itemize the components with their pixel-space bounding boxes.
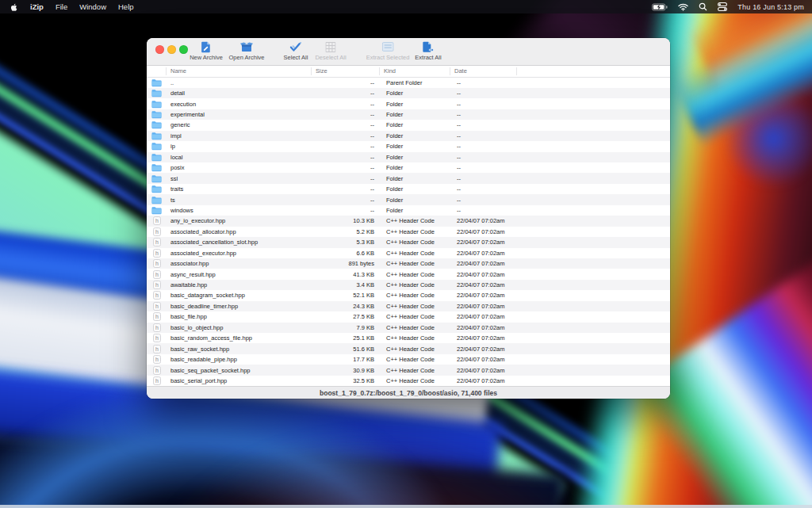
open-archive-icon	[240, 40, 254, 53]
svg-text:h: h	[155, 378, 159, 384]
open-archive-button[interactable]: Open Archive	[228, 40, 264, 61]
row-date: --	[450, 101, 517, 108]
battery-icon[interactable]	[652, 3, 668, 11]
row-size: 3.4 KB	[312, 281, 380, 288]
row-size: --	[312, 197, 380, 204]
row-name: awaitable.hpp	[167, 281, 312, 288]
table-row[interactable]: h associated_executor.hpp 6.6 KB C++ Hea…	[147, 248, 670, 258]
hpp-file-icon: h	[153, 249, 161, 258]
row-icon: h	[147, 281, 167, 289]
row-kind: C++ Header Code	[380, 271, 450, 278]
close-button[interactable]	[155, 45, 164, 54]
table-row[interactable]: h basic_seq_packet_socket.hpp 30.9 KB C+…	[147, 365, 670, 375]
row-kind: Folder	[380, 207, 450, 214]
table-row[interactable]: h basic_io_object.hpp 7.9 KB C++ Header …	[147, 323, 670, 333]
status-bar: boost_1_79_0.7z:/boost_1_79_0/boost/asio…	[147, 386, 670, 399]
svg-text:h: h	[155, 335, 159, 341]
new-archive-label: New Archive	[190, 54, 223, 61]
row-size: 17.7 KB	[312, 356, 380, 363]
row-kind: C++ Header Code	[380, 260, 450, 267]
zoom-button[interactable]	[179, 45, 188, 54]
row-icon: h	[147, 312, 167, 321]
file-table-body: .. -- Parent Folder -- detail -- Folder …	[147, 78, 670, 387]
row-icon	[147, 110, 167, 119]
table-row[interactable]: h basic_serial_port.hpp 32.5 KB C++ Head…	[147, 376, 670, 386]
row-date: --	[450, 111, 517, 118]
minimize-button[interactable]	[167, 45, 176, 54]
spotlight-search-icon[interactable]	[699, 2, 707, 11]
row-name: basic_random_access_file.hpp	[167, 334, 312, 342]
folder-icon	[151, 185, 162, 193]
row-icon: h	[147, 323, 167, 332]
row-size: 27.5 KB	[312, 313, 380, 320]
row-date: 22/04/07 07:02am	[450, 281, 517, 288]
menu-item-file[interactable]: File	[56, 2, 67, 11]
table-row[interactable]: h basic_raw_socket.hpp 51.6 KB C++ Heade…	[147, 343, 670, 353]
table-row[interactable]: h associated_allocator.hpp 5.2 KB C++ He…	[147, 227, 670, 237]
new-archive-button[interactable]: New Archive	[190, 40, 223, 61]
row-kind: Folder	[380, 175, 450, 182]
control-center-icon[interactable]	[718, 2, 727, 11]
table-row[interactable]: .. -- Parent Folder --	[147, 78, 670, 88]
extract-all-button[interactable]: Extract All	[415, 40, 441, 61]
hpp-file-icon: h	[153, 281, 161, 289]
row-kind: Folder	[380, 101, 450, 108]
table-row[interactable]: impl -- Folder --	[147, 131, 670, 141]
table-row[interactable]: h basic_random_access_file.hpp 25.1 KB C…	[147, 333, 670, 343]
row-name: windows	[167, 207, 312, 214]
table-row[interactable]: h basic_file.hpp 27.5 KB C++ Header Code…	[147, 311, 670, 322]
table-row[interactable]: h associator.hpp 891 bytes C++ Header Co…	[147, 258, 670, 269]
row-icon	[147, 153, 167, 162]
row-kind: Folder	[380, 121, 450, 128]
row-date: 22/04/07 07:02am	[450, 324, 517, 331]
table-row[interactable]: h basic_datagram_socket.hpp 52.1 KB C++ …	[147, 290, 670, 300]
table-row[interactable]: ip -- Folder --	[147, 141, 670, 151]
table-row[interactable]: local -- Folder --	[147, 152, 670, 162]
row-date: 22/04/07 07:02am	[450, 271, 517, 278]
column-date[interactable]: Date	[450, 67, 517, 75]
row-date: --	[450, 175, 517, 182]
select-all-button[interactable]: Select All	[284, 40, 308, 61]
table-row[interactable]: posix -- Folder --	[147, 162, 670, 173]
row-date: 22/04/07 07:02am	[450, 303, 517, 310]
row-size: 24.3 KB	[312, 303, 380, 310]
table-row[interactable]: windows -- Folder --	[147, 205, 670, 216]
hpp-file-icon: h	[153, 227, 161, 236]
row-name: associated_cancellation_slot.hpp	[167, 239, 312, 246]
row-name: detail	[167, 90, 312, 97]
row-size: 51.6 KB	[312, 346, 380, 353]
table-row[interactable]: ts -- Folder --	[147, 194, 670, 204]
column-size[interactable]: Size	[312, 67, 380, 75]
table-row[interactable]: execution -- Folder --	[147, 98, 670, 109]
column-name[interactable]: Name	[167, 67, 312, 75]
column-kind[interactable]: Kind	[380, 67, 450, 75]
table-row[interactable]: generic -- Folder --	[147, 120, 670, 130]
row-kind: C++ Header Code	[380, 281, 450, 288]
menu-item-window[interactable]: Window	[79, 2, 106, 11]
svg-text:h: h	[155, 314, 159, 319]
row-size: 6.6 KB	[312, 250, 380, 257]
menu-clock[interactable]: Thu 16 Jun 5:13 pm	[737, 3, 804, 11]
row-name: execution	[167, 101, 312, 108]
row-name: impl	[167, 132, 312, 139]
wifi-icon[interactable]	[678, 3, 688, 11]
row-icon: h	[147, 249, 167, 258]
menu-item-help[interactable]: Help	[118, 2, 134, 11]
row-size: --	[312, 154, 380, 161]
table-row[interactable]: ssl -- Folder --	[147, 173, 670, 183]
table-row[interactable]: experimental -- Folder --	[147, 109, 670, 120]
row-icon: h	[147, 259, 167, 268]
table-row[interactable]: h any_io_executor.hpp 10.3 KB C++ Header…	[147, 216, 670, 226]
table-row[interactable]: h associated_cancellation_slot.hpp 5.3 K…	[147, 237, 670, 247]
izip-window: New Archive Open Archive Select All	[147, 38, 670, 399]
table-row[interactable]: traits -- Folder --	[147, 184, 670, 194]
apple-menu-icon[interactable]	[10, 2, 18, 12]
menu-app-name[interactable]: iZip	[30, 2, 44, 11]
table-row[interactable]: detail -- Folder --	[147, 88, 670, 98]
table-row[interactable]: h async_result.hpp 41.3 KB C++ Header Co…	[147, 269, 670, 279]
row-kind: C++ Header Code	[380, 228, 450, 235]
table-row[interactable]: h basic_readable_pipe.hpp 17.7 KB C++ He…	[147, 354, 670, 365]
row-date: 22/04/07 07:02am	[450, 217, 517, 224]
table-row[interactable]: h awaitable.hpp 3.4 KB C++ Header Code 2…	[147, 280, 670, 290]
table-row[interactable]: h basic_deadline_timer.hpp 24.3 KB C++ H…	[147, 301, 670, 311]
